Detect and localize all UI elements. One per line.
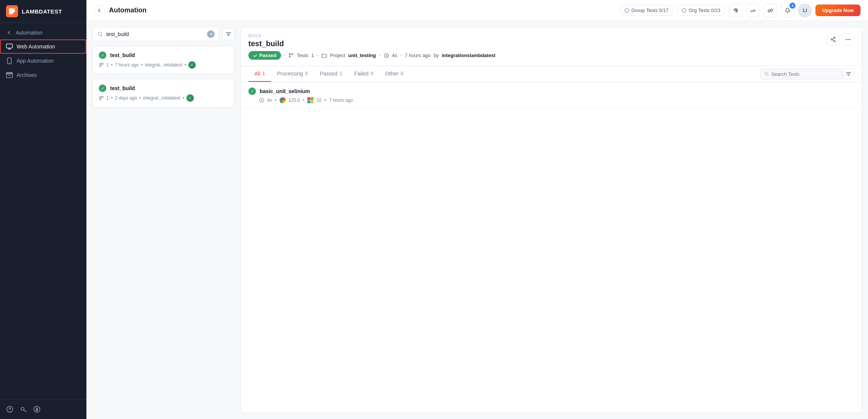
org-tests-radio	[682, 8, 687, 13]
build-time-2: 2 days ago	[115, 95, 137, 101]
dollar-icon[interactable]	[33, 405, 41, 413]
sidebar-item-app-automation[interactable]: App Automation	[0, 54, 86, 68]
build-status-icon-1: ✓	[99, 51, 106, 59]
upgrade-label: Upgrade Now	[822, 8, 854, 13]
build-name-1: test_build	[110, 52, 135, 58]
windows-os-icon	[307, 97, 313, 103]
test-item-1-header: ✓ basic_unit_selinium	[248, 87, 854, 95]
test-browser-version-1: 125.0	[289, 98, 300, 103]
share-button[interactable]	[827, 33, 839, 45]
detail-header: Build test_build Passed •	[241, 27, 862, 66]
build-time-1: 7 hours ago	[115, 62, 139, 68]
tab-passed[interactable]: Passed 1	[314, 66, 348, 82]
svg-point-27	[850, 39, 851, 40]
build-card-2[interactable]: ✓ test_build 1 • 2 days ago • integrat..…	[92, 79, 234, 107]
svg-point-19	[289, 56, 290, 57]
broadcast-button[interactable]	[729, 4, 742, 17]
search-clear-button[interactable]: ✕	[207, 30, 215, 38]
chart-icon	[750, 8, 756, 14]
branch-meta-icon	[289, 53, 294, 58]
search-bar-row: ✕	[92, 27, 234, 41]
sidebar-automation-label: Automation	[16, 30, 42, 36]
group-tests-radio	[625, 8, 629, 13]
analytics-button[interactable]	[746, 4, 760, 17]
group-tests-button[interactable]: Group Tests 0/17	[620, 5, 673, 16]
folder-icon	[322, 53, 327, 58]
sidebar-item-archives[interactable]: Archives	[0, 68, 86, 82]
more-dots-icon	[845, 36, 851, 42]
more-options-button[interactable]	[842, 33, 854, 45]
bell-icon	[785, 8, 791, 14]
test-duration-1: 4s	[267, 98, 272, 103]
tab-all[interactable]: All 1	[248, 66, 271, 82]
tab-processing-label: Processing	[277, 71, 303, 77]
passed-badge: Passed	[248, 51, 281, 60]
detail-project-name: unit_testing	[348, 53, 376, 58]
chevron-left-icon	[6, 30, 12, 36]
tab-failed-label: Failed	[354, 71, 369, 77]
search-icon	[97, 31, 103, 37]
test-status-icon-1: ✓	[248, 87, 256, 95]
page-title: Automation	[109, 6, 615, 14]
avatar-initials: LI	[803, 8, 807, 13]
sidebar-item-web-automation[interactable]: Web Automation	[0, 39, 86, 54]
svg-point-13	[100, 65, 101, 67]
topbar-actions: Group Tests 0/17 Org Tests 0/23	[620, 4, 860, 17]
svg-point-10	[735, 10, 736, 11]
tab-all-count: 1	[263, 71, 265, 76]
svg-point-17	[102, 96, 103, 98]
build-card-2-meta: 1 • 2 days ago • integrat...mbdatest • ✓	[99, 94, 228, 102]
clock-icon	[384, 53, 389, 58]
tab-failed-count: 0	[371, 71, 374, 76]
branch-icon-2	[99, 95, 104, 101]
svg-point-7	[9, 411, 10, 411]
passed-label: Passed	[259, 53, 277, 58]
broadcast-icon	[733, 8, 739, 14]
upgrade-button[interactable]: Upgrade Now	[815, 5, 860, 16]
tab-other-label: Other	[385, 71, 398, 77]
tab-other[interactable]: Other 0	[379, 66, 409, 82]
tab-passed-count: 1	[340, 71, 342, 76]
key-icon[interactable]	[20, 405, 27, 413]
filter-icon	[226, 32, 231, 37]
monitor-icon	[6, 43, 13, 50]
sidebar-item-automation-parent[interactable]: Automation	[0, 26, 86, 39]
tab-failed[interactable]: Failed 0	[348, 66, 380, 82]
link-button[interactable]	[764, 4, 777, 17]
test-item-1[interactable]: ✓ basic_unit_selinium 4s • 125.0 •	[241, 82, 862, 109]
svg-point-24	[834, 41, 835, 42]
search-tests-bar	[760, 69, 843, 80]
search-tests-icon	[764, 71, 769, 77]
build-filter-button[interactable]	[222, 28, 234, 40]
detail-duration: 4s	[392, 53, 397, 58]
svg-point-23	[831, 39, 832, 40]
build-search-input[interactable]	[106, 31, 204, 37]
tab-processing[interactable]: Processing 0	[271, 66, 314, 82]
archives-label: Archives	[17, 72, 37, 78]
test-time-ago-1: 7 hours ago	[329, 98, 353, 103]
sidebar-logo: LAMBDATEST	[0, 0, 86, 23]
svg-point-25	[846, 39, 847, 40]
detail-section-label: Build	[248, 33, 496, 38]
search-tests-input[interactable]	[771, 71, 839, 77]
user-avatar[interactable]: LI	[798, 4, 812, 17]
detail-tests-count: 1	[311, 53, 314, 58]
detail-tests-label: Tests	[297, 53, 308, 58]
detail-time-ago: 7 hours ago	[405, 53, 431, 58]
notification-button[interactable]: 3	[781, 4, 794, 17]
build-card-1-meta: 1 • 7 hours ago • integrat...mbdatest • …	[99, 61, 228, 69]
archive-icon	[6, 72, 13, 78]
branch-icon-1	[99, 62, 104, 68]
svg-rect-1	[6, 44, 12, 48]
tests-filter-button[interactable]	[843, 68, 854, 80]
test-os-version-1: 10	[316, 98, 321, 103]
integration-badge-1: ✓	[188, 61, 196, 69]
help-icon[interactable]	[6, 405, 14, 413]
org-tests-button[interactable]: Org Tests 0/23	[677, 5, 725, 16]
sidebar-collapse-button[interactable]	[94, 5, 104, 16]
build-card-1[interactable]: ✓ test_build 1 • 7 hours ago • integrat.…	[92, 46, 234, 74]
sidebar: LAMBDATEST Automation Web Automation App…	[0, 0, 86, 419]
svg-point-22	[834, 37, 835, 38]
sidebar-bottom	[0, 399, 86, 419]
notification-count: 3	[789, 3, 795, 9]
